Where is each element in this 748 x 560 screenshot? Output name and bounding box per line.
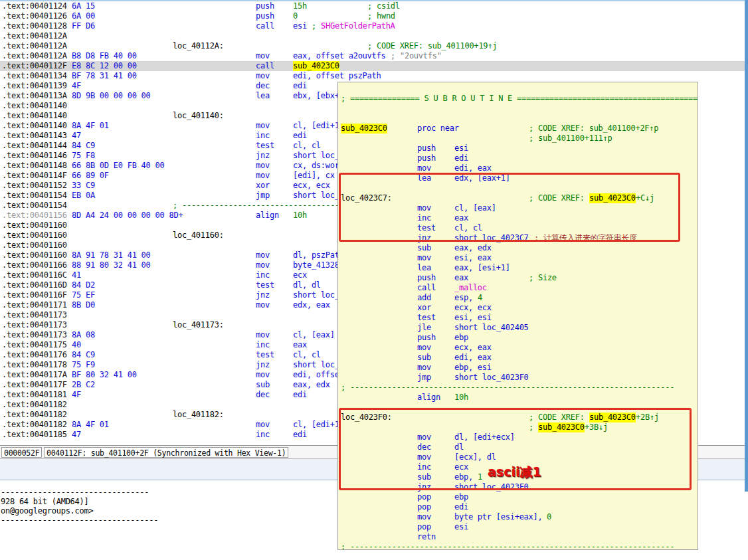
- asm-line[interactable]: retn: [338, 532, 698, 542]
- asm-line[interactable]: loc_4023C7:; CODE XREF: sub_4023C0+C↓j: [338, 193, 698, 203]
- asm-text: retn: [417, 532, 436, 542]
- asm-text: .text:00401176: [2, 350, 67, 360]
- asm-text: +C↓j: [636, 193, 654, 203]
- subroutine-disassembly-window[interactable]: ascii减1 ; =============== S U B R O U T …: [337, 82, 698, 550]
- asm-line[interactable]: jnzshort loc_4023C7; 计算传入进来的字符串长度: [338, 233, 698, 243]
- asm-line[interactable]: pusheax; Size: [338, 273, 698, 283]
- asm-text: .text:0040112A: [2, 51, 67, 61]
- asm-line[interactable]: align10h: [338, 393, 698, 403]
- asm-text: .text:00401160: [2, 231, 67, 240]
- asm-text: 1: [478, 472, 482, 482]
- asm-line[interactable]: movcl, [eax]: [338, 203, 698, 213]
- asm-text: 33 C9: [72, 181, 95, 191]
- asm-text: .text:00401185: [2, 430, 67, 440]
- asm-line[interactable]: pushebp: [338, 333, 698, 343]
- asm-line[interactable]: ; =============== S U B R O U T I N E ==…: [338, 94, 698, 104]
- asm-line[interactable]: ; sub_401100+111↑p: [338, 134, 698, 143]
- asm-text: byte ptr [esi+eax],: [454, 512, 547, 522]
- status-address-offset: 0000052F: [1, 447, 42, 458]
- asm-line[interactable]: .text:0040112Aloc_40112A:; CODE XREF: su…: [0, 41, 745, 51]
- asm-text: mov: [256, 71, 270, 81]
- asm-line[interactable]: pushedi: [338, 153, 698, 163]
- asm-line[interactable]: leaeax, [esi+1]: [338, 263, 698, 273]
- asm-line[interactable]: ; sub_4023C0+3B↓j: [338, 422, 698, 432]
- asm-line[interactable]: jnzshort loc_4023F0: [338, 482, 698, 492]
- asm-text: lea: [256, 91, 270, 101]
- asm-line[interactable]: inceax: [338, 213, 698, 223]
- asm-line[interactable]: .text:004011266A 00push0; hwnd: [0, 11, 745, 21]
- asm-line[interactable]: sub_4023C0proc near; CODE XREF: sub_4011…: [338, 124, 698, 134]
- asm-line[interactable]: jmpshort loc_4023F0: [338, 373, 698, 383]
- asm-text: ; hwnd: [367, 11, 395, 21]
- asm-line[interactable]: addesp, 4: [338, 293, 698, 303]
- asm-line[interactable]: testcl, cl: [338, 223, 698, 233]
- asm-text: eax: [293, 340, 307, 350]
- asm-line[interactable]: subedi, eax: [338, 353, 698, 363]
- asm-line[interactable]: popedi: [338, 502, 698, 512]
- asm-text: esi, esi: [454, 313, 492, 323]
- asm-text: dec: [417, 442, 431, 452]
- asm-line[interactable]: .text:00401134BF 78 31 41 00movedi, offs…: [0, 71, 745, 81]
- asm-text: edx, eax: [293, 300, 330, 310]
- asm-text: jle: [417, 323, 431, 333]
- asm-line[interactable]: movesi, eax: [338, 253, 698, 263]
- asm-text: esp,: [454, 293, 478, 303]
- asm-text: ;: [529, 422, 538, 432]
- asm-text: ecx: [454, 462, 468, 472]
- asm-text: 4F: [72, 390, 81, 400]
- asm-text: push: [417, 153, 436, 163]
- asm-text: pop: [417, 502, 431, 512]
- asm-line[interactable]: decdl: [338, 442, 698, 452]
- asm-line[interactable]: movedi, eax: [338, 163, 698, 173]
- asm-text: sub_4023C0: [589, 193, 636, 203]
- asm-line[interactable]: xorecx, ecx: [338, 303, 698, 313]
- asm-text: xor: [256, 181, 270, 191]
- asm-text: eax, [esi+1]: [454, 263, 510, 273]
- asm-text: sub_4023C0: [293, 61, 339, 71]
- asm-text: dec: [256, 390, 270, 400]
- asm-line[interactable]: leaedx, [eax+1]: [338, 173, 698, 183]
- asm-line[interactable]: jleshort loc_402405: [338, 323, 698, 333]
- asm-text: ; sub_401100+111↑p: [529, 134, 612, 143]
- asm-text: .text:0040112F: [2, 61, 67, 71]
- asm-line[interactable]: testesi, esi: [338, 313, 698, 323]
- asm-text: 8A 4F 01: [72, 420, 109, 430]
- asm-text: mov: [256, 51, 270, 61]
- asm-line[interactable]: .text:0040112A: [0, 31, 745, 41]
- asm-text: inc: [417, 213, 431, 223]
- asm-line[interactable]: call_malloc: [338, 283, 698, 293]
- asm-text: ; "2ouvtfs": [391, 51, 442, 61]
- asm-line[interactable]: movdl, [edi+ecx]: [338, 432, 698, 442]
- asm-text: esi: [454, 522, 468, 532]
- window-border-right: [745, 0, 748, 492]
- asm-text: ; =============== S U B R O U T I N E ==…: [341, 94, 698, 104]
- ascii-minus1-annotation: ascii减1: [488, 464, 541, 481]
- asm-line[interactable]: .text:00401128FF D6callesi;SHGetFolderPa…: [0, 21, 745, 31]
- asm-line[interactable]: pushesi: [338, 143, 698, 153]
- asm-line[interactable]: popesi: [338, 522, 698, 532]
- asm-text: .text:00401173: [2, 330, 67, 340]
- asm-text: xor: [417, 303, 431, 313]
- asm-line[interactable]: movecx, eax: [338, 343, 698, 353]
- asm-line[interactable]: ; --------------------------------------…: [338, 383, 698, 393]
- asm-line[interactable]: popebp: [338, 492, 698, 502]
- asm-text: BF 80 32 41 00: [72, 370, 137, 380]
- asm-text: 2B C2: [72, 380, 95, 390]
- asm-line[interactable]: mov[ecx], dl: [338, 452, 698, 462]
- asm-text: pop: [417, 492, 431, 502]
- asm-text: dec: [256, 81, 270, 91]
- asm-line-selected[interactable]: .text:0040112FE8 8C 12 00 00callsub_4023…: [0, 61, 745, 71]
- asm-line[interactable]: loc_4023F0:; CODE XREF: sub_4023C0+2B↑j: [338, 413, 698, 422]
- output-line: --------------------------------: [1, 488, 149, 497]
- asm-text: 15h: [293, 1, 307, 11]
- asm-text: 8A 91 78 31 41 00: [72, 250, 151, 260]
- asm-text: 6A 15: [72, 1, 95, 11]
- asm-text: edi: [293, 390, 307, 400]
- asm-line[interactable]: movebp, esi: [338, 363, 698, 373]
- asm-line[interactable]: .text:004011246A 15push15h; csidl: [0, 1, 745, 11]
- asm-line[interactable]: movbyte ptr [esi+eax], 0: [338, 512, 698, 522]
- asm-line[interactable]: .text:0040112AB8 D8 FB 40 00moveax, offs…: [0, 51, 745, 61]
- asm-text: add: [417, 293, 431, 303]
- asm-line[interactable]: ; --------------------------------------…: [338, 542, 698, 550]
- asm-line[interactable]: subeax, edx: [338, 243, 698, 253]
